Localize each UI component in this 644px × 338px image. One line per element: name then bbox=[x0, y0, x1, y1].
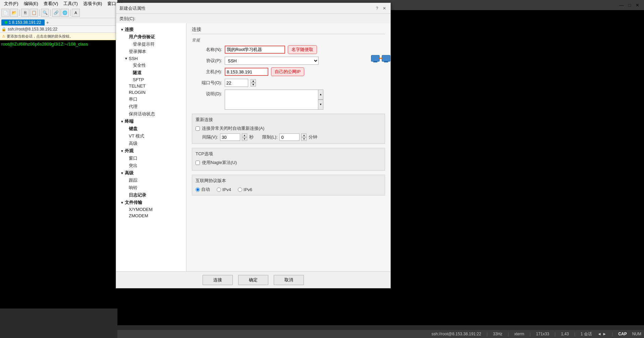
tree-expand-connection: ▼ bbox=[120, 28, 124, 32]
desc-scroll-down[interactable]: ▼ bbox=[318, 100, 323, 110]
content-panel: 连接 常规 名称(N): 名字随便取 协议(P): SSH Telnet Rlo… bbox=[186, 23, 390, 271]
tree-item-sftp[interactable]: SFTP bbox=[116, 76, 186, 83]
tree-panel: ▼ 连接 用户身份验证 登录提示符 登录脚本 ▼ SSH bbox=[116, 23, 186, 271]
limit-input[interactable] bbox=[279, 133, 300, 141]
seconds-label: 秒 bbox=[249, 134, 254, 140]
tree-item-log[interactable]: 日志记录 bbox=[116, 191, 186, 199]
ok-button[interactable]: 确定 bbox=[238, 275, 268, 285]
nagle-checkbox[interactable] bbox=[196, 161, 200, 165]
tree-item-connection[interactable]: ▼ 连接 bbox=[116, 26, 186, 33]
tree-item-serial[interactable]: 串口 bbox=[116, 96, 186, 103]
dialog-body: ▼ 连接 用户身份验证 登录提示符 登录脚本 ▼ SSH bbox=[116, 23, 390, 271]
tree-label-advanced-terminal: 高级 bbox=[129, 140, 138, 147]
dialog-close-button[interactable]: ✕ bbox=[382, 6, 387, 11]
limit-up-btn[interactable]: ▲ bbox=[301, 133, 307, 137]
svg-rect-0 bbox=[371, 55, 379, 61]
tree-label-keyboard: 键盘 bbox=[129, 126, 138, 132]
dialog-title-bar: 新建会话属性 ? ✕ bbox=[116, 3, 390, 14]
tree-item-tunnel[interactable]: 隧道 bbox=[116, 69, 186, 76]
tree-item-login-prompt[interactable]: 登录提示符 bbox=[116, 41, 186, 48]
tree-label-window: 窗口 bbox=[129, 155, 138, 161]
svg-rect-2 bbox=[382, 55, 390, 61]
tree-item-keyboard[interactable]: 键盘 bbox=[116, 125, 186, 132]
name-input[interactable] bbox=[225, 46, 285, 54]
tree-item-rlogin[interactable]: RLOGIN bbox=[116, 89, 186, 96]
port-input[interactable] bbox=[225, 79, 248, 87]
ip-v6-radio[interactable] bbox=[238, 187, 242, 192]
tcp-checkbox-label: 使用Nagle算法(U) bbox=[202, 160, 237, 166]
tree-item-trace[interactable]: 跟踪 bbox=[116, 177, 186, 184]
tree-label-connection: 连接 bbox=[125, 26, 133, 33]
ip-auto-option: 自动 bbox=[196, 186, 210, 192]
protocol-select[interactable]: SSH Telnet Rlogin Serial bbox=[225, 57, 319, 65]
tree-label-file-transfer: 文件传输 bbox=[125, 200, 142, 206]
tree-item-appearance[interactable]: ▼ 外观 bbox=[116, 147, 186, 155]
tree-item-vt-mode[interactable]: VT 模式 bbox=[116, 132, 186, 140]
tree-item-security[interactable]: 安全性 bbox=[116, 62, 186, 69]
desc-textarea[interactable] bbox=[225, 90, 319, 110]
tree-label-bell: 响铃 bbox=[129, 185, 138, 191]
dialog-help-button[interactable]: ? bbox=[374, 6, 380, 11]
cancel-button[interactable]: 取消 bbox=[274, 275, 304, 285]
tree-label-log: 日志记录 bbox=[129, 192, 146, 198]
tree-label-zmodem: ZMODEM bbox=[129, 213, 148, 218]
port-down-btn[interactable]: ▼ bbox=[251, 83, 256, 87]
tree-item-proxy[interactable]: 代理 bbox=[116, 103, 186, 110]
tree-label-xymodem: X/YMODEM bbox=[129, 207, 153, 212]
limit-down-btn[interactable]: ▼ bbox=[301, 137, 307, 141]
port-up-btn[interactable]: ▲ bbox=[251, 79, 256, 83]
reconnect-checkbox[interactable] bbox=[196, 126, 200, 131]
interval-up-btn[interactable]: ▲ bbox=[242, 133, 247, 137]
ip-auto-radio[interactable] bbox=[196, 187, 200, 192]
svg-rect-3 bbox=[384, 61, 388, 62]
reconnect-checkbox-label: 连接异常关闭时自动重新连接(A) bbox=[202, 125, 264, 131]
dialog-title-buttons: ? ✕ bbox=[374, 6, 387, 11]
ip-v4-radio[interactable] bbox=[217, 187, 221, 192]
tree-label-highlight: 突出 bbox=[129, 163, 138, 169]
minutes-label: 分钟 bbox=[309, 134, 317, 140]
ip-auto-label: 自动 bbox=[201, 186, 210, 192]
tree-item-file-transfer[interactable]: ▼ 文件传输 bbox=[116, 199, 186, 206]
protocol-label: 协议(P): bbox=[192, 58, 222, 64]
protocol-row: 协议(P): SSH Telnet Rlogin Serial bbox=[192, 57, 385, 65]
interval-row: 间隔(V): ▲ ▼ 秒 限制(L): ▲ ▼ 分钟 bbox=[202, 133, 381, 141]
tcp-title: TCP选项 bbox=[196, 151, 381, 157]
tree-item-login-script[interactable]: 登录脚本 bbox=[116, 48, 186, 55]
tree-item-telnet[interactable]: TELNET bbox=[116, 83, 186, 89]
reconnect-title: 重新连接 bbox=[196, 117, 381, 123]
reconnect-checkbox-row: 连接异常关闭时自动重新连接(A) bbox=[196, 125, 381, 131]
interval-input[interactable] bbox=[220, 133, 240, 141]
connect-button[interactable]: 连接 bbox=[203, 275, 233, 285]
new-session-dialog: 新建会话属性 ? ✕ 类别(C): ▼ 连接 用户身份验证 bbox=[116, 3, 391, 288]
tree-item-advanced-terminal[interactable]: 高级 bbox=[116, 140, 186, 147]
port-label: 端口号(O): bbox=[192, 80, 222, 86]
tcp-checkbox-row: 使用Nagle算法(U) bbox=[196, 160, 381, 166]
tree-label-terminal: 终端 bbox=[125, 118, 133, 124]
ip-v6-option: IPv6 bbox=[238, 187, 252, 192]
tree-item-zmodem[interactable]: ZMODEM bbox=[116, 213, 186, 219]
ip-radio-row: 自动 IPv4 IPv6 bbox=[196, 186, 381, 192]
desc-label: 说明(D): bbox=[192, 90, 222, 97]
port-row: 端口号(O): ▲ ▼ bbox=[192, 79, 385, 87]
tree-item-xymodem[interactable]: X/YMODEM bbox=[116, 206, 186, 213]
tree-item-user-auth[interactable]: 用户身份验证 bbox=[116, 33, 186, 41]
tree-item-bell[interactable]: 响铃 bbox=[116, 184, 186, 191]
tree-label-vt-mode: VT 模式 bbox=[129, 133, 144, 139]
desc-scroll-up[interactable]: ▲ bbox=[318, 90, 323, 100]
tree-item-highlight[interactable]: 突出 bbox=[116, 162, 186, 169]
network-icon bbox=[371, 50, 391, 70]
network-icon-area bbox=[369, 49, 392, 72]
tree-label-telnet: TELNET bbox=[129, 83, 146, 89]
host-input[interactable] bbox=[225, 68, 268, 76]
ip-section: 互联网协议版本 自动 IPv4 IPv6 bbox=[192, 175, 385, 195]
tree-item-advanced2[interactable]: ▼ 高级 bbox=[116, 169, 186, 177]
tree-item-terminal[interactable]: ▼ 终端 bbox=[116, 118, 186, 125]
tree-item-ssh[interactable]: ▼ SSH bbox=[116, 55, 186, 62]
tree-label-ssh: SSH bbox=[129, 56, 138, 61]
tree-expand-advanced2: ▼ bbox=[120, 171, 124, 175]
tree-item-window[interactable]: 窗口 bbox=[116, 155, 186, 162]
tree-item-keepalive[interactable]: 保持活动状态 bbox=[116, 110, 186, 118]
interval-down-btn[interactable]: ▼ bbox=[242, 137, 247, 141]
tree-label-advanced2: 高级 bbox=[125, 170, 133, 176]
tree-expand-ssh: ▼ bbox=[124, 57, 128, 60]
